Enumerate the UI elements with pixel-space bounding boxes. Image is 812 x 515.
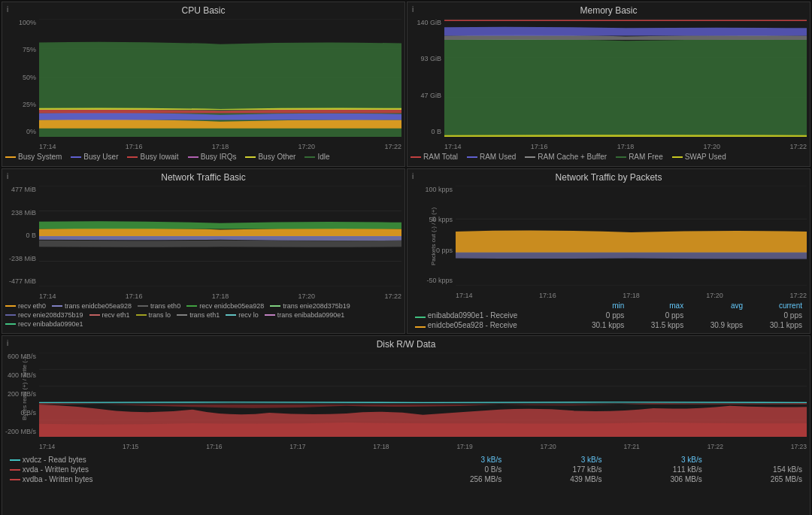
disk-info-icon[interactable]: i	[7, 339, 8, 347]
disk-legend-stats: xvdcz - Read bytes 3 kB/s 3 kB/s 3 kB/s …	[5, 453, 807, 484]
network-chart-area: 477 MiB 238 MiB 0 B -238 MiB -477 MiB	[5, 186, 401, 300]
legend-dot-busy-irqs	[188, 156, 198, 158]
cpu-info-icon[interactable]: i	[7, 5, 8, 14]
cpu-panel: i CPU Basic 100% 75% 50% 25% 0%	[2, 2, 405, 167]
memory-info-icon[interactable]: i	[412, 5, 414, 14]
cpu-x-labels: 17:14 17:16 17:18 17:20 17:22	[39, 143, 401, 150]
legend-dot-ram-cache	[525, 156, 535, 158]
legend-ram-free: RAM Free	[616, 153, 663, 161]
network-chart	[39, 186, 401, 286]
disk-panel: i Disk R/W Data Bytes read (+) / write (…	[2, 335, 810, 515]
disk-x-labels: 17:14 17:15 17:16 17:17 17:18 17:19 17:2…	[39, 443, 807, 450]
legend-recv-eth1: recv eth1	[89, 311, 130, 319]
stats-header-current: current	[747, 301, 807, 311]
legend-trans-enidcbe: trans enidcbe05ea928	[52, 302, 132, 310]
memory-panel: i Memory Basic 140 GiB 93 GiB 47 GiB 0 B	[407, 2, 810, 167]
network-legend: recv eth0 trans enidcbe05ea928 trans eth…	[5, 300, 401, 330]
legend-idle: Idle	[304, 153, 329, 161]
memory-y-labels: 140 GiB 93 GiB 47 GiB 0 B	[411, 19, 444, 135]
memory-legend: RAM Total RAM Used RAM Cache + Buffer RA…	[411, 150, 807, 163]
legend-trans-lo: trans lo	[136, 311, 171, 319]
dashboard: i CPU Basic 100% 75% 50% 25% 0%	[0, 0, 812, 515]
legend-recv-enibabda: recv enibabda0990e1	[5, 320, 83, 328]
network-packets-panel: i Network Traffic by Packets Packets out…	[407, 168, 810, 334]
cpu-chart	[39, 19, 401, 137]
stats-header-max: max	[629, 301, 688, 311]
legend-busy-other: Busy Other	[245, 153, 295, 161]
memory-title: Memory Basic	[411, 5, 807, 16]
legend-ram-total: RAM Total	[411, 153, 458, 161]
network-y-labels: 477 MiB 238 MiB 0 B -238 MiB -477 MiB	[5, 186, 39, 285]
legend-recv-enie208: recv enie208d375b19	[5, 311, 83, 319]
cpu-y-labels: 100% 75% 50% 25% 0%	[5, 19, 39, 135]
network-info-icon[interactable]: i	[7, 172, 8, 180]
stats-header-min: min	[569, 301, 629, 311]
network-packets-chart-area: Packets out (-) / in (+) 100 kpps 50 kpp…	[411, 186, 807, 299]
stats-header-name	[411, 301, 569, 311]
disk-svg	[39, 353, 807, 437]
stats-dot-enibabda	[415, 317, 426, 318]
disk-chart	[39, 353, 807, 437]
packets-svg	[456, 186, 807, 286]
network-packets-info-icon[interactable]: i	[412, 172, 414, 180]
legend-busy-iowait: Busy Iowait	[127, 153, 178, 161]
legend-dot-ram-used	[467, 156, 477, 158]
disk-row-xvda: xvda - Written bytes 0 B/s 177 kB/s 111 …	[5, 465, 807, 474]
disk-dot-xvdcz	[10, 459, 20, 461]
memory-svg	[444, 19, 807, 137]
legend-recv-lo: recv lo	[226, 311, 259, 319]
legend-dot-idle	[304, 156, 315, 158]
legend-ram-used: RAM Used	[467, 153, 516, 161]
legend-dot-swap-used	[672, 156, 683, 158]
cpu-legend: Busy System Busy User Busy Iowait Busy I…	[5, 150, 401, 163]
memory-x-labels: 17:14 17:16 17:18 17:20 17:22	[444, 143, 807, 150]
memory-chart-area: 140 GiB 93 GiB 47 GiB 0 B	[411, 19, 807, 150]
disk-dot-xvdba	[10, 479, 20, 480]
network-title: Network Traffic Basic	[5, 172, 401, 183]
legend-trans-enibabda: trans enibabda0990e1	[265, 311, 345, 319]
disk-chart-area: Bytes read (+) / write (-) 600 MB/s 400 …	[5, 353, 807, 450]
packets-stats-table: min max avg current enibabda0990e1 - Rec…	[411, 301, 807, 330]
cpu-chart-area: 100% 75% 50% 25% 0%	[5, 19, 401, 150]
legend-busy-irqs: Busy IRQs	[188, 153, 237, 161]
legend-dot-busy-other	[245, 156, 256, 158]
disk-row-xvdba: xvdba - Written bytes 256 MB/s 439 MB/s …	[5, 474, 807, 484]
network-svg	[39, 186, 401, 286]
network-packets-title: Network Traffic by Packets	[411, 172, 807, 183]
disk-title: Disk R/W Data	[5, 339, 807, 350]
legend-dot-ram-total	[411, 156, 421, 158]
legend-ram-cache: RAM Cache + Buffer	[525, 153, 607, 161]
cpu-title: CPU Basic	[5, 5, 401, 16]
legend-recv-eth0: recv eth0	[5, 302, 46, 310]
legend-dot-busy-iowait	[127, 156, 138, 158]
stats-row-enibabda: enibabda0990e1 - Receive 0 pps 0 pps 0 p…	[411, 311, 807, 320]
memory-chart	[444, 19, 807, 137]
packets-chart	[456, 186, 807, 286]
legend-swap-used: SWAP Used	[672, 153, 726, 161]
legend-trans-enie208: trans enie208d375b19	[270, 302, 350, 310]
packets-y-axis-label: Packets out (-) / in (+)	[430, 220, 437, 265]
legend-trans-eth0: trans eth0	[138, 302, 180, 310]
disk-stats-table: xvdcz - Read bytes 3 kB/s 3 kB/s 3 kB/s …	[5, 455, 807, 484]
stats-dot-enidcbe	[415, 326, 426, 328]
legend-trans-eth1: trans eth1	[177, 311, 220, 319]
packets-y-labels: 100 kpps 50 kpps 0 pps -50 kpps	[411, 186, 456, 284]
network-panel: i Network Traffic Basic 477 MiB 238 MiB …	[2, 168, 405, 334]
disk-y-labels: 600 MB/s 400 MB/s 200 MB/s 0 B/s -200 MB…	[5, 353, 39, 435]
disk-dot-xvda	[10, 469, 20, 471]
legend-dot-ram-free	[616, 156, 626, 158]
disk-row-xvdcz: xvdcz - Read bytes 3 kB/s 3 kB/s 3 kB/s	[5, 455, 807, 465]
legend-recv-enidcbe: recv enidcbe05ea928	[186, 302, 264, 310]
legend-busy-user: Busy User	[71, 153, 118, 161]
packets-x-labels: 17:14 17:16 17:18 17:20 17:22	[456, 292, 807, 299]
network-x-labels: 17:14 17:16 17:18 17:20 17:22	[39, 292, 401, 300]
stats-header-avg: avg	[688, 301, 747, 311]
legend-dot-busy-user	[71, 156, 81, 158]
disk-y-axis-label: Bytes read (+) / write (-)	[21, 383, 28, 420]
legend-dot-busy-system	[5, 156, 16, 158]
legend-busy-system: Busy System	[5, 153, 62, 161]
stats-row-enidcbe: enidcbe05ea928 - Receive 30.1 kpps 31.5 …	[411, 320, 807, 330]
cpu-svg	[39, 19, 401, 137]
